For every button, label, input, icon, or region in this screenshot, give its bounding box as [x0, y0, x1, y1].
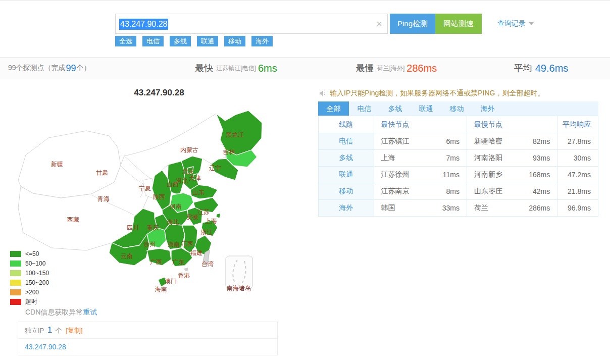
cell-fastest: 江苏南京8ms: [374, 183, 467, 199]
cdn-retry-link[interactable]: 重试: [83, 308, 97, 316]
fast-ms: 33ms: [442, 204, 460, 212]
table-row: 海外 韩国33ms 荷兰286ms 96.9ms: [319, 200, 598, 217]
province-label-chongqing: 重庆: [147, 224, 159, 231]
tab-all[interactable]: 全部: [318, 101, 349, 116]
slow-ms: 42ms: [533, 187, 550, 195]
ip-address-link[interactable]: 43.247.90.28: [25, 343, 66, 351]
filter-telecom[interactable]: 电信: [142, 36, 164, 46]
province-label-anhui: 安徽: [186, 214, 198, 221]
tab-overseas[interactable]: 海外: [472, 101, 503, 116]
probe-count: 99个探测点（完成99个）: [0, 63, 151, 74]
table-row: 多线 上海7ms 河南洛阳93ms 30ms: [319, 150, 598, 167]
search-input[interactable]: 43.247.90.28 ×: [115, 14, 388, 34]
cdn-error-text: CDN信息获取异常: [25, 308, 83, 316]
independent-ip-box: 独立IP 1 个 [复制] 43.247.90.28: [18, 322, 278, 355]
query-history-link[interactable]: 查询记录: [497, 19, 534, 28]
province-label-shandong: 山东: [192, 189, 205, 196]
province-label-shanghai: 上海: [205, 218, 217, 225]
filter-overseas[interactable]: 海外: [251, 36, 273, 46]
legend-item: 50~100: [10, 258, 49, 268]
cell-fastest: 江苏徐州11ms: [374, 167, 467, 183]
slow-node: 河南洛阳: [474, 153, 502, 163]
province-label-henan: 河南: [170, 203, 182, 210]
fast-ms: 11ms: [443, 171, 460, 179]
cell-fastest: 上海7ms: [374, 150, 467, 166]
line-filter-bar: 全选 电信 多线 联通 移动 海外: [115, 36, 273, 46]
slow-node: 山东枣庄: [474, 187, 502, 196]
tab-telecom[interactable]: 电信: [349, 101, 380, 116]
province-label-shanxi: 山西: [167, 181, 179, 188]
province-label-zhejiang: 浙江: [200, 229, 213, 236]
fast-node: 江苏镇江: [381, 137, 410, 146]
results-table: 线路 最快节点 最慢节点 平均响应 电信 江苏镇江6ms 新疆哈密82ms 27…: [318, 116, 598, 217]
ping-test-button[interactable]: Ping检测: [390, 14, 435, 34]
search-value-selected: 43.247.90.28: [119, 19, 168, 30]
fast-ms: 7ms: [446, 154, 459, 162]
province-label-heilongjiang: 黑龙江: [226, 131, 244, 138]
legend-label: 50~100: [25, 260, 45, 267]
table-header-row: 线路 最快节点 最慢节点 平均响应: [319, 116, 598, 133]
slow-ms: 82ms: [533, 137, 550, 145]
legend-swatch: [10, 261, 21, 267]
fast-ms: 6ms: [446, 137, 459, 145]
site-speed-button[interactable]: 网站测速: [435, 14, 482, 34]
province-hongkong[interactable]: [184, 268, 188, 271]
province-label-ningxia: 宁夏: [139, 185, 151, 192]
province-label-fujian: 福建: [190, 249, 202, 256]
legend-item: <=50: [10, 249, 49, 258]
filter-unicom[interactable]: 联通: [197, 36, 218, 46]
south-china-sea-inset: 南海诸岛: [226, 256, 252, 292]
cell-slowest: 荷兰286ms: [467, 200, 557, 216]
legend-item: 150~200: [10, 278, 49, 287]
legend-swatch: [10, 251, 21, 257]
slowest-value: 286ms: [406, 63, 437, 74]
province-label-tianjin: 天津: [189, 175, 201, 182]
col-header-slowest: 最慢节点: [467, 116, 557, 133]
fast-node: 上海: [381, 153, 395, 163]
province-label-hunan: 湖南: [168, 241, 180, 248]
legend-item: 100~150: [10, 268, 49, 278]
legend-swatch: [10, 270, 21, 276]
average-value: 49.6ms: [535, 63, 569, 74]
tab-unicom[interactable]: 联通: [411, 101, 441, 116]
slow-node: 河南新乡: [474, 170, 502, 179]
province-label-guangxi: 广西: [150, 258, 162, 266]
table-row: 电信 江苏镇江6ms 新疆哈密82ms 27.8ms: [319, 133, 598, 150]
cell-line: 多线: [319, 150, 374, 166]
line-tabs: 全部 电信 多线 联通 移动 海外: [318, 101, 598, 116]
cell-line: 移动: [319, 183, 374, 199]
query-history-label: 查询记录: [497, 19, 526, 27]
average-stat: 平均 49.6ms: [472, 62, 610, 74]
slowest-stat: 最慢 荷兰[海外] 286ms: [321, 62, 472, 74]
filter-all[interactable]: 全选: [115, 36, 136, 46]
map-title: 43.247.90.28: [0, 88, 318, 98]
tab-mobile[interactable]: 移动: [441, 101, 472, 116]
clear-icon[interactable]: ×: [376, 18, 382, 29]
cell-slowest: 山东枣庄42ms: [467, 183, 557, 199]
tab-multiline[interactable]: 多线: [380, 101, 411, 116]
slow-node: 新疆哈密: [474, 137, 502, 146]
province-label-x: 澳门: [165, 278, 177, 285]
table-row: 移动 江苏南京8ms 山东枣庄42ms 21.8ms: [319, 183, 598, 200]
legend-label: >200: [25, 289, 39, 296]
province-label-guizhou: 贵州: [143, 241, 156, 248]
filter-multiline[interactable]: 多线: [170, 36, 191, 46]
slowest-label: 最慢: [356, 62, 374, 74]
province-label-yunnan: 云南: [121, 252, 133, 259]
copy-link[interactable]: [复制]: [66, 327, 82, 334]
inset-label: 南海诸岛: [227, 285, 251, 292]
legend-swatch: [10, 299, 21, 305]
cell-line: 电信: [319, 133, 374, 149]
fastest-node: 江苏镇江[电信]: [216, 64, 256, 73]
province-label-x: 内蒙古: [180, 146, 198, 153]
cdn-status: CDN信息获取异常重试: [25, 308, 97, 317]
fast-ms: 8ms: [446, 187, 459, 195]
stats-bar: 99个探测点（完成99个） 最快 江苏镇江[电信] 6ms 最慢 荷兰[海外] …: [0, 57, 610, 79]
fast-node: 韩国: [381, 203, 395, 213]
ping-tool-page: 43.247.90.28 × Ping检测 网站测速 查询记录 全选 电信 多线…: [0, 0, 610, 364]
province-label-shaanxi: 陕西: [153, 193, 165, 200]
province-label-x: 甘肃: [96, 169, 108, 176]
province-jiangxi[interactable]: [182, 225, 197, 253]
cell-average: 96.9ms: [557, 204, 598, 212]
filter-mobile[interactable]: 移动: [224, 36, 245, 46]
